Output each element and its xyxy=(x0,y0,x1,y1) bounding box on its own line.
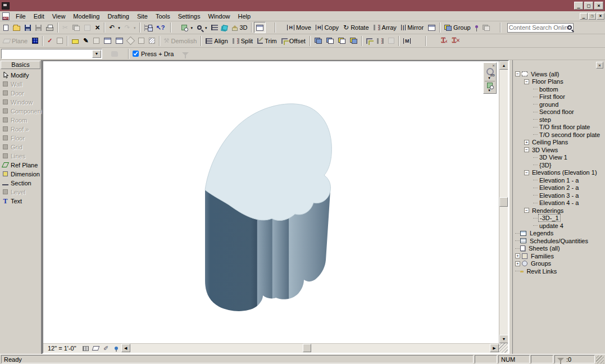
document-rvt-icon[interactable] xyxy=(2,12,10,20)
palette-zoom-icon[interactable] xyxy=(487,83,493,88)
wheel-2d-icon[interactable] xyxy=(486,68,494,75)
tree-item-elevation-1-a[interactable]: Elevation 1 - a xyxy=(514,176,604,184)
zoom-button[interactable] xyxy=(195,22,204,33)
tree-item-label[interactable]: Renderings xyxy=(531,207,565,214)
tree-item-label[interactable]: 3D Views xyxy=(531,147,559,153)
undo-button[interactable]: ↶ xyxy=(107,22,117,33)
tree-item-floor-plans[interactable]: −Floor Plans xyxy=(514,78,604,86)
browser-close-icon[interactable]: ✕ xyxy=(596,62,603,69)
copy-tool-button[interactable]: HCopy xyxy=(313,22,341,33)
tree-item-label[interactable]: Floor Plans xyxy=(531,78,565,85)
model-graphics-button[interactable] xyxy=(91,344,101,353)
array-button[interactable]: Array xyxy=(371,22,399,33)
default-3d-view-button[interactable]: 3D xyxy=(230,22,249,33)
bring-to-front-button[interactable] xyxy=(312,35,324,47)
view-list-button[interactable] xyxy=(209,22,220,33)
zoom-region-button[interactable] xyxy=(179,22,189,33)
tree-item-views-all[interactable]: −Views (all) xyxy=(514,70,604,78)
child-restore-button[interactable]: ❐ xyxy=(588,13,596,20)
content-search-box[interactable] xyxy=(507,23,574,33)
menu-modelling[interactable]: Modelling xyxy=(69,12,103,21)
save-button[interactable] xyxy=(22,22,33,33)
tree-item-label[interactable]: -3D-_1 xyxy=(538,214,561,222)
tree-item-label[interactable]: update 4 xyxy=(538,222,565,229)
minimize-button[interactable]: _ xyxy=(574,2,583,10)
expand-icon[interactable]: + xyxy=(515,261,520,266)
expand-icon[interactable]: + xyxy=(515,253,520,258)
collapse-icon[interactable]: − xyxy=(524,208,529,213)
tree-item-label[interactable]: First floor xyxy=(538,93,566,100)
tree-item-elevation-3-a[interactable]: Elevation 3 - a xyxy=(514,192,604,199)
dynamic-view-button[interactable] xyxy=(220,22,230,33)
tree-item-bottom[interactable]: bottom xyxy=(514,85,604,93)
tree-item-label[interactable]: Views (all) xyxy=(530,71,561,78)
split-face-button[interactable] xyxy=(136,35,147,47)
split-button[interactable]: Split xyxy=(230,35,255,47)
panel-splitter[interactable] xyxy=(509,60,513,354)
sidebar-item-text[interactable]: TText xyxy=(1,197,40,206)
tree-item-3d-view-1[interactable]: 3D View 1 xyxy=(514,154,604,162)
tree-item-step[interactable]: step xyxy=(514,116,604,124)
tree-item-label[interactable]: Ceiling Plans xyxy=(531,139,569,145)
tree-item-schedules-quantities[interactable]: Schedules/Quantities xyxy=(514,237,604,245)
sidebar-item-ref-plane[interactable]: Ref Plane xyxy=(1,161,40,170)
context-help-button[interactable]: ↖? xyxy=(153,22,167,33)
tree-item-elevation-2-a[interactable]: Elevation 2 - a xyxy=(514,184,604,192)
sidebar-item-dimension[interactable]: Dimension xyxy=(1,170,40,179)
propagate-extents-button[interactable] xyxy=(364,35,375,47)
menu-view[interactable]: View xyxy=(48,12,70,21)
window-resize-grip[interactable] xyxy=(596,356,604,363)
basics-tab[interactable]: Basics xyxy=(1,61,40,69)
detail-level-button[interactable] xyxy=(81,344,91,353)
find-replace-button[interactable] xyxy=(54,35,65,47)
wall-opening-button[interactable] xyxy=(102,35,113,47)
tree-item-label[interactable]: Elevation 2 - a xyxy=(538,184,580,191)
project-browser-toggle-button[interactable] xyxy=(142,22,153,33)
shadows-button[interactable]: ✐ xyxy=(101,344,111,353)
tree-item-label[interactable]: ground xyxy=(538,101,559,108)
tree-item-t-o-second-floor-plate[interactable]: T/O second floor plate xyxy=(514,131,604,139)
tree-item-elevations-elevation-1[interactable]: −Elevations (Elevation 1) xyxy=(514,169,604,177)
window-tile-button[interactable] xyxy=(254,22,266,33)
horizontal-scrollbar[interactable]: ◀ ▶ xyxy=(121,344,499,353)
new-button[interactable] xyxy=(1,22,11,33)
send-backward-button[interactable] xyxy=(348,35,360,47)
tree-item-label[interactable]: T/O second floor plate xyxy=(538,131,601,138)
fill-pattern-button[interactable] xyxy=(147,35,157,47)
tree-item-label[interactable]: Schedules/Quantities xyxy=(529,238,589,244)
tree-item-3d[interactable]: {3D} xyxy=(514,161,604,169)
resize-button[interactable] xyxy=(426,22,438,33)
bring-forward-button[interactable] xyxy=(336,35,348,47)
print-button[interactable] xyxy=(44,22,56,33)
press-drag-option[interactable]: Press + Dra xyxy=(133,51,174,57)
tree-item-ground[interactable]: ground xyxy=(514,101,604,108)
tree-item-label[interactable]: {3D} xyxy=(538,162,552,169)
collapse-icon[interactable]: − xyxy=(524,170,529,175)
model-3d-shape[interactable] xyxy=(43,61,496,336)
mirror-button[interactable]: |Mirror xyxy=(399,22,426,33)
drawing-canvas[interactable]: ✕ ▾ ▾ ▲ ▼ xyxy=(43,61,508,343)
tree-item-elevation-4-a[interactable]: Elevation 4 - a xyxy=(514,199,604,207)
tree-item-label[interactable]: Second floor xyxy=(538,108,575,115)
collapse-icon[interactable]: − xyxy=(524,79,529,84)
rotate-button[interactable]: ↻Rotate xyxy=(341,22,371,33)
collapse-icon[interactable]: − xyxy=(524,147,529,152)
edit-cut-profile-button[interactable]: Ɪ‹ xyxy=(439,35,449,47)
tree-item-label[interactable]: Elevation 1 - a xyxy=(538,177,580,184)
scroll-right-icon[interactable]: ▶ xyxy=(490,344,499,352)
search-input[interactable] xyxy=(509,24,567,31)
tree-item-ceiling-plans[interactable]: +Ceiling Plans xyxy=(514,139,604,147)
paint-button[interactable] xyxy=(125,35,136,47)
menu-site[interactable]: Site xyxy=(133,12,152,21)
reset-cut-profile-button[interactable]: Ɪ× xyxy=(450,35,462,47)
collapse-icon[interactable]: − xyxy=(515,71,520,76)
tree-item-label[interactable]: Elevation 3 - a xyxy=(538,192,580,199)
tree-item-renderings[interactable]: −Renderings xyxy=(514,207,604,215)
edit-wall-joins-button[interactable] xyxy=(375,35,386,47)
tree-item-groups[interactable]: +Groups xyxy=(514,260,604,268)
delete-button[interactable]: ✕ xyxy=(93,22,102,33)
child-minimize-button[interactable]: _ xyxy=(580,13,588,20)
vertical-scroll-thumb[interactable] xyxy=(499,197,508,207)
tree-item-first-floor[interactable]: First floor xyxy=(514,93,604,101)
tree-item-second-floor[interactable]: Second floor xyxy=(514,108,604,116)
